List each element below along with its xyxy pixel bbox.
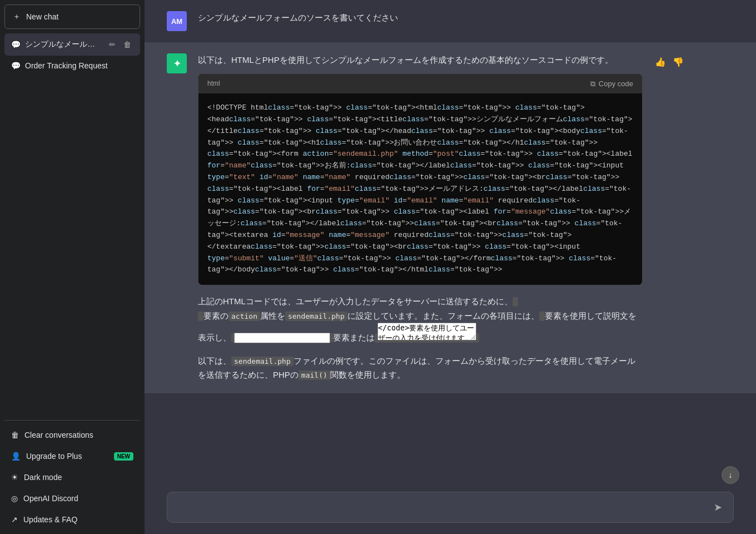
new-chat-button[interactable]: ＋ New chat — [4, 4, 140, 29]
conv-actions: ✏ 🗑 — [107, 39, 133, 50]
sidebar-bottom-item-upgrade[interactable]: 👤 Upgrade to Plus NEW — [4, 446, 140, 466]
scroll-down-icon: ↓ — [729, 471, 733, 479]
ai-avatar-icon: ✦ — [173, 58, 181, 69]
main-wrapper: AM シンプルなメールフォームのソースを書いてください ✦ 以下は、HTMLとP… — [145, 0, 756, 534]
conv-label: シンプルなメールフォームの — [25, 39, 102, 50]
explanation-1: 上記のHTMLコードでは、ユーザーが入力したデータをサーバーに送信するために、要… — [198, 294, 643, 345]
sidebar-item-conv2[interactable]: 💬 Order Tracking Request — [4, 56, 140, 76]
main-content: AM シンプルなメールフォームのソースを書いてください ✦ 以下は、HTMLとP… — [145, 0, 756, 534]
user-avatar: AM — [167, 11, 187, 31]
thumbs-up-button[interactable]: 👍 — [654, 56, 667, 68]
discord-label: OpenAI Discord — [23, 494, 78, 503]
explanation-2: 以下は、sendemail.phpファイルの例です。このファイルは、フォームから… — [198, 354, 643, 382]
new-badge: NEW — [114, 452, 133, 461]
clear-icon: 🗑 — [11, 431, 19, 439]
edit-conv-button[interactable]: ✏ — [107, 39, 118, 50]
ai-avatar: ✦ — [167, 53, 187, 73]
sidebar-bottom-item-faq[interactable]: ↗ Updates & FAQ — [4, 510, 140, 530]
upgrade-label: Upgrade to Plus — [26, 452, 82, 461]
scroll-down-button[interactable]: ↓ — [722, 466, 739, 484]
clear-label: Clear conversations — [24, 431, 93, 439]
new-chat-label: New chat — [26, 12, 58, 21]
message-actions: 👍 👎 — [654, 56, 685, 68]
copy-code-button[interactable]: ⧉ Copy code — [590, 80, 633, 88]
faq-label: Updates & FAQ — [23, 515, 77, 524]
code-content: <!DOCTYPE htmlclass="tok-tag">> class="t… — [198, 93, 642, 285]
ai-message: ✦ 以下は、HTMLとPHPを使用してシンプルなメールフォームを作成するための基… — [145, 42, 756, 393]
input-area: ➤ — [145, 485, 756, 534]
sidebar: ＋ New chat 💬 シンプルなメールフォームの ✏ 🗑 💬 Order T… — [0, 0, 145, 534]
discord-icon: ◎ — [11, 494, 18, 503]
user-message-content: シンプルなメールフォームのソースを書いてください — [198, 11, 643, 24]
sidebar-bottom-item-clear[interactable]: 🗑 Clear conversations — [4, 425, 140, 445]
conversations-list: 💬 シンプルなメールフォームの ✏ 🗑 💬 Order Tracking Req… — [4, 33, 140, 420]
code-block: html ⧉ Copy code <!DOCTYPE htmlclass="to… — [198, 73, 643, 285]
sidebar-bottom: 🗑 Clear conversations 👤 Upgrade to Plus … — [4, 420, 140, 530]
delete-conv-button[interactable]: 🗑 — [121, 39, 133, 50]
darkmode-icon: ☀ — [11, 473, 18, 482]
sidebar-bottom-item-discord[interactable]: ◎ OpenAI Discord — [4, 488, 140, 508]
chat-input[interactable] — [176, 501, 707, 514]
plus-icon: ＋ — [13, 12, 21, 22]
chat-icon: 💬 — [11, 40, 21, 49]
upgrade-icon: 👤 — [11, 452, 21, 461]
input-wrapper: ➤ — [167, 492, 734, 523]
chat-icon: 💬 — [11, 61, 21, 70]
code-block-header: html ⧉ Copy code — [198, 74, 642, 93]
send-button[interactable]: ➤ — [712, 499, 724, 516]
faq-icon: ↗ — [11, 515, 18, 524]
ai-message-content: 以下は、HTMLとPHPを使用してシンプルなメールフォームを作成するための基本的… — [198, 53, 643, 382]
sidebar-bottom-item-darkmode[interactable]: ☀ Dark mode — [4, 467, 140, 487]
user-message: AM シンプルなメールフォームのソースを書いてください — [145, 0, 756, 42]
darkmode-label: Dark mode — [24, 473, 62, 482]
code-lang-label: html — [207, 78, 220, 89]
sidebar-item-conv1[interactable]: 💬 シンプルなメールフォームの ✏ 🗑 — [4, 33, 140, 56]
thumbs-down-button[interactable]: 👎 — [672, 56, 685, 68]
chat-area: AM シンプルなメールフォームのソースを書いてください ✦ 以下は、HTMLとP… — [145, 0, 756, 485]
ai-intro-text: 以下は、HTMLとPHPを使用してシンプルなメールフォームを作成するための基本的… — [198, 53, 643, 67]
conv-label: Order Tracking Request — [25, 61, 133, 70]
copy-icon: ⧉ — [590, 80, 595, 88]
